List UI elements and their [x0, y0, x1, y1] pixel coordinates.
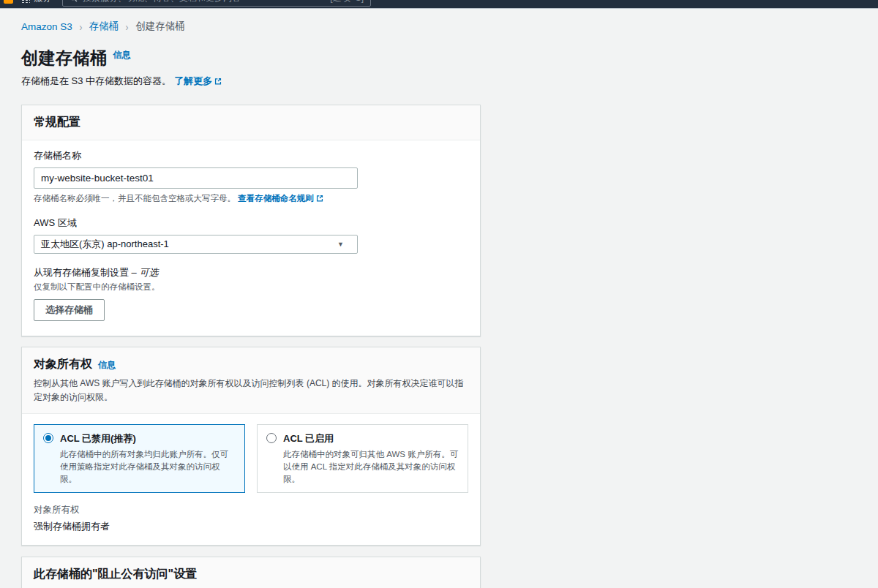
general-config-section: 常规配置 存储桶名称 存储桶名称必须唯一，并且不能包含空格或大写字母。 查看存储… [21, 105, 481, 336]
breadcrumb: Amazon S3 › 存储桶 › 创建存储桶 [21, 20, 878, 33]
copy-settings-hint: 仅复制以下配置中的存储桶设置。 [34, 282, 468, 293]
breadcrumb-amazon-s3[interactable]: Amazon S3 [21, 21, 72, 32]
acl-enabled-label: ACL 已启用 [283, 432, 459, 445]
chevron-down-icon: ▼ [337, 241, 344, 248]
acl-disabled-option[interactable]: ACL 已禁用(推荐) 此存储桶中的所有对象均归此账户所有。仅可使用策略指定对此… [34, 424, 245, 493]
radio-unchecked-icon [266, 433, 277, 443]
external-link-icon [316, 195, 323, 203]
acl-disabled-label: ACL 已禁用(推荐) [60, 432, 236, 445]
ownership-result: 对象所有权 强制存储桶拥有者 [34, 504, 468, 533]
region-selected-value: 亚太地区(东京) ap-northeast-1 [41, 238, 169, 251]
object-ownership-section: 对象所有权 信息 控制从其他 AWS 账户写入到此存储桶的对象所有权以及访问控制… [21, 347, 481, 546]
choose-bucket-button[interactable]: 选择存储桶 [34, 299, 105, 321]
services-grid-icon [21, 0, 30, 3]
breadcrumb-separator-icon: › [126, 21, 129, 32]
breadcrumb-current-page: 创建存储桶 [135, 20, 185, 33]
search-placeholder: 搜索服务、功能、博客、文档和更多内容 [83, 0, 241, 4]
services-label: 服务 [34, 0, 51, 4]
search-icon [70, 0, 78, 2]
radio-checked-icon [43, 433, 53, 443]
page-description: 存储桶是在 S3 中存储数据的容器。 了解更多 [21, 75, 878, 88]
ownership-description: 控制从其他 AWS 账户写入到此存储桶的对象所有权以及访问控制列表 (ACL) … [34, 377, 468, 404]
block-public-access-section: 此存储桶的"阻止公有访问"设置 通过访问控制列表(ACL)、存储桶策略、接入点策… [21, 557, 481, 588]
page-description-text: 存储桶是在 S3 中存储数据的容器。 [21, 75, 171, 88]
acl-enabled-option[interactable]: ACL 已启用 此存储桶中的对象可归其他 AWS 账户所有。可以使用 ACL 指… [257, 424, 468, 493]
breadcrumb-separator-icon: › [79, 21, 82, 32]
object-ownership-title: 对象所有权 [34, 357, 92, 372]
external-link-icon [214, 76, 222, 87]
copy-settings-label: 从现有存储桶复制设置 – 可选 [34, 266, 468, 279]
top-navigation-bar: 服务 搜索服务、功能、博客、文档和更多内容 [选项+S] [0, 0, 878, 9]
object-ownership-header: 对象所有权 信息 控制从其他 AWS 账户写入到此存储桶的对象所有权以及访问控制… [22, 347, 480, 414]
block-public-access-title: 此存储桶的"阻止公有访问"设置 [34, 568, 197, 580]
learn-more-link[interactable]: 了解更多 [174, 75, 222, 88]
console-search-input[interactable]: 搜索服务、功能、博客、文档和更多内容 [选项+S] [62, 0, 371, 7]
title-info-link[interactable]: 信息 [113, 49, 131, 61]
ownership-result-label: 对象所有权 [34, 504, 468, 516]
search-shortcut-hint: [选项+S] [330, 0, 364, 4]
ownership-info-link[interactable]: 信息 [98, 359, 116, 372]
acl-enabled-description: 此存储桶中的对象可归其他 AWS 账户所有。可以使用 ACL 指定对此存储桶及其… [283, 448, 459, 485]
bucket-name-hint: 存储桶名称必须唯一，并且不能包含空格或大写字母。 查看存储桶命名规则 [34, 193, 468, 204]
block-public-access-header: 此存储桶的"阻止公有访问"设置 通过访问控制列表(ACL)、存储桶策略、接入点策… [22, 557, 480, 588]
ownership-result-value: 强制存储桶拥有者 [34, 520, 468, 533]
bucket-name-label: 存储桶名称 [34, 149, 468, 162]
create-bucket-page: Amazon S3 › 存储桶 › 创建存储桶 创建存储桶 信息 存储桶是在 S… [0, 20, 878, 588]
naming-rules-link[interactable]: 查看存储桶命名规则 [238, 194, 323, 203]
services-menu[interactable]: 服务 [21, 0, 51, 6]
general-config-header: 常规配置 [22, 105, 480, 140]
bucket-name-input[interactable] [34, 167, 358, 189]
aws-logo[interactable] [4, 0, 13, 4]
region-select[interactable]: 亚太地区(东京) ap-northeast-1 ▼ [34, 235, 358, 254]
acl-disabled-description: 此存储桶中的所有对象均归此账户所有。仅可使用策略指定对此存储桶及其对象的访问权限… [60, 448, 236, 485]
region-label: AWS 区域 [34, 216, 468, 230]
general-config-title: 常规配置 [34, 116, 80, 128]
page-title: 创建存储桶 [21, 47, 108, 69]
breadcrumb-buckets[interactable]: 存储桶 [89, 20, 119, 33]
